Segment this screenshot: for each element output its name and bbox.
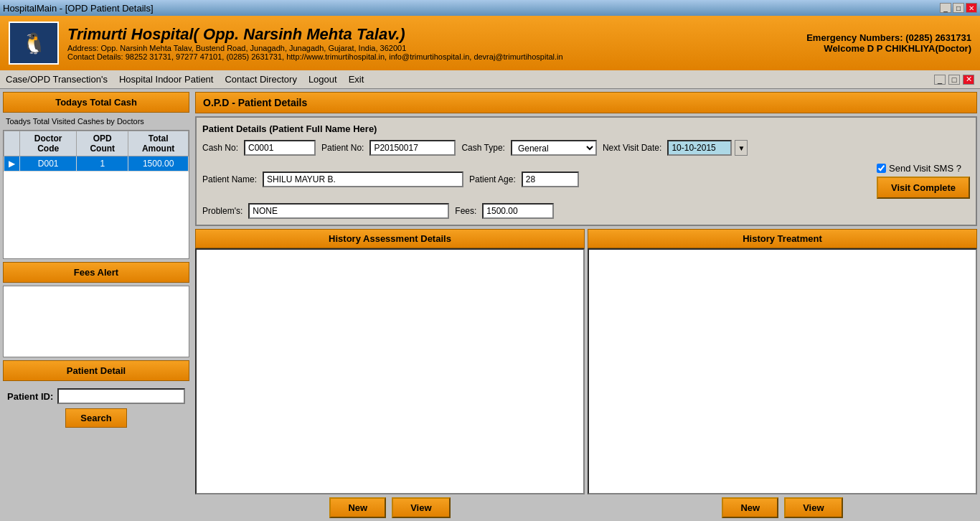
- fees-alert-header: Fees Alert: [3, 262, 189, 283]
- history-treatment-header: History Treatment: [588, 229, 977, 248]
- history-assessment-header: History Assessment Details: [195, 229, 585, 248]
- history-treatment-panel: History Treatment New View: [588, 229, 977, 518]
- minimize-button[interactable]: _: [940, 3, 951, 13]
- row-opd-count: 1: [77, 156, 128, 172]
- welcome-message: Welcome D P CHIKHLIYA(Doctor): [806, 43, 971, 54]
- menu-item-logout[interactable]: Logout: [308, 74, 337, 85]
- cash-no-input[interactable]: [244, 140, 316, 156]
- close-button[interactable]: ✕: [966, 3, 977, 13]
- fees-label: Fees:: [455, 206, 476, 216]
- row-arrow: ▶: [4, 156, 20, 172]
- patient-details-panel: Patient Details (Patient Full Name Here)…: [195, 116, 977, 226]
- title-bar-controls: _ □ ✕: [940, 3, 977, 13]
- window-max-btn[interactable]: □: [948, 75, 960, 85]
- table-row[interactable]: ▶ D001 1 1500.00: [4, 156, 189, 172]
- title-bar-text: HospitalMain - [OPD Patient Details]: [3, 3, 154, 14]
- send-sms-row: Send Visit SMS ?: [877, 163, 961, 174]
- menu-item-contact[interactable]: Contact Directory: [225, 74, 296, 85]
- menu-bar-window-controls: _ □ ✕: [934, 75, 974, 85]
- emergency-numbers: Emergency Numbers: (0285) 2631731: [806, 32, 971, 43]
- treatment-new-button[interactable]: New: [722, 497, 778, 518]
- history-assessment-content: [195, 248, 585, 494]
- col-header-total-amount: Total Amount: [128, 131, 189, 156]
- row-doctor-code: D001: [20, 156, 77, 172]
- patient-id-row: Patient ID:: [7, 388, 185, 404]
- patient-age-label: Patient Age:: [469, 174, 516, 184]
- patient-id-input[interactable]: [57, 388, 185, 404]
- next-visit-date-label: Next Visit Date:: [603, 143, 661, 153]
- problems-label: Problem's:: [202, 206, 242, 216]
- menu-item-opd[interactable]: Case/OPD Transection's: [6, 74, 108, 85]
- main-container: Todays Total Cash Toadys Total Visited C…: [0, 89, 980, 521]
- todays-cash-subtitle: Toadys Total Visited Cashes by Doctors: [3, 116, 189, 127]
- next-visit-date-input[interactable]: [667, 140, 732, 156]
- col-header-arrow: [4, 131, 20, 156]
- problems-input[interactable]: [248, 203, 449, 219]
- calendar-button[interactable]: ▼: [735, 140, 748, 156]
- history-treatment-content: [588, 248, 977, 494]
- send-sms-checkbox[interactable]: [877, 164, 886, 173]
- todays-cash-table-container: Doctor Code OPD Count Total Amount ▶ D00…: [3, 130, 189, 259]
- hospital-name: Trimurti Hospital( Opp. Narsinh Mehta Ta…: [67, 25, 563, 44]
- todays-cash-table: Doctor Code OPD Count Total Amount ▶ D00…: [4, 131, 189, 172]
- title-bar: HospitalMain - [OPD Patient Details] _ □…: [0, 0, 980, 16]
- search-button[interactable]: Search: [65, 408, 126, 428]
- fees-alert-content: [3, 286, 189, 357]
- send-sms-label: Send Visit SMS ?: [889, 163, 961, 174]
- col-header-doctor-code: Doctor Code: [20, 131, 77, 156]
- opd-title-bar: O.P.D - Patient Details: [195, 92, 977, 113]
- patient-details-title: Patient Details (Patient Full Name Here): [202, 123, 970, 134]
- menu-bar: Case/OPD Transection's Hospital Indoor P…: [0, 70, 980, 89]
- patient-no-label: Patient No:: [321, 143, 364, 153]
- visit-complete-button[interactable]: Visit Complete: [877, 177, 970, 199]
- cash-type-select[interactable]: General: [511, 140, 597, 156]
- header-text: Trimurti Hospital( Opp. Narsinh Mehta Ta…: [67, 25, 563, 61]
- menu-item-indoor[interactable]: Hospital Indoor Patient: [119, 74, 214, 85]
- content-area: O.P.D - Patient Details Patient Details …: [192, 89, 980, 521]
- treatment-view-button[interactable]: View: [784, 497, 842, 518]
- window-min-btn[interactable]: _: [934, 75, 946, 85]
- history-panels: History Assessment Details New View Hist…: [195, 229, 977, 518]
- fees-input[interactable]: [482, 203, 554, 219]
- app-header: 🐧 Trimurti Hospital( Opp. Narsinh Mehta …: [0, 16, 980, 70]
- hospital-contact: Contact Details: 98252 31731, 97277 4710…: [67, 52, 563, 61]
- cash-no-label: Cash No:: [202, 143, 238, 153]
- patient-no-input[interactable]: [369, 140, 456, 156]
- patient-detail-content: Patient ID: Search: [3, 384, 189, 432]
- assessment-view-button[interactable]: View: [392, 497, 450, 518]
- todays-cash-header: Todays Total Cash: [3, 92, 189, 113]
- hospital-address: Address: Opp. Narsinh Mehta Talav, Buste…: [67, 44, 563, 52]
- header-right: Emergency Numbers: (0285) 2631731 Welcom…: [806, 32, 971, 54]
- history-treatment-buttons: New View: [588, 497, 977, 518]
- history-assessment-panel: History Assessment Details New View: [195, 229, 585, 518]
- header-left: 🐧 Trimurti Hospital( Opp. Narsinh Mehta …: [9, 22, 563, 65]
- menu-item-exit[interactable]: Exit: [349, 74, 364, 85]
- patient-name-label: Patient Name:: [202, 174, 257, 184]
- sidebar: Todays Total Cash Toadys Total Visited C…: [0, 89, 192, 521]
- window-close-btn[interactable]: ✕: [963, 75, 974, 85]
- cash-type-label: Cash Type:: [461, 143, 504, 153]
- maximize-button[interactable]: □: [953, 3, 964, 13]
- row-total-amount: 1500.00: [128, 156, 189, 172]
- patient-age-input[interactable]: [522, 172, 579, 187]
- next-visit-date-row: ▼: [667, 140, 748, 156]
- col-header-opd-count: OPD Count: [77, 131, 128, 156]
- patient-name-input[interactable]: [263, 172, 463, 187]
- hospital-logo: 🐧: [9, 22, 59, 65]
- assessment-new-button[interactable]: New: [329, 497, 386, 518]
- patient-detail-header: Patient Detail: [3, 360, 189, 381]
- patient-id-label: Patient ID:: [7, 391, 53, 402]
- history-assessment-buttons: New View: [195, 497, 585, 518]
